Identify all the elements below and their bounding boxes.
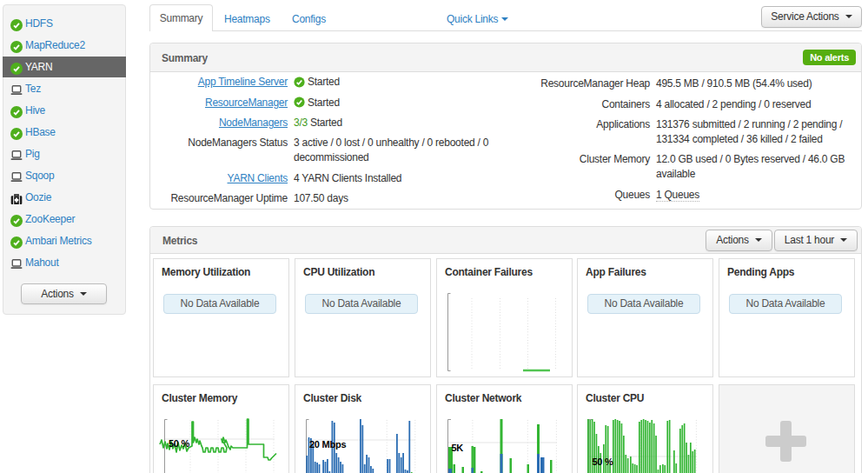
- svg-text:50 %: 50 %: [593, 456, 614, 467]
- svg-text:50 %: 50 %: [169, 438, 190, 449]
- svg-text:5K: 5K: [452, 443, 464, 453]
- svg-text:20 Mbps: 20 Mbps: [309, 439, 346, 450]
